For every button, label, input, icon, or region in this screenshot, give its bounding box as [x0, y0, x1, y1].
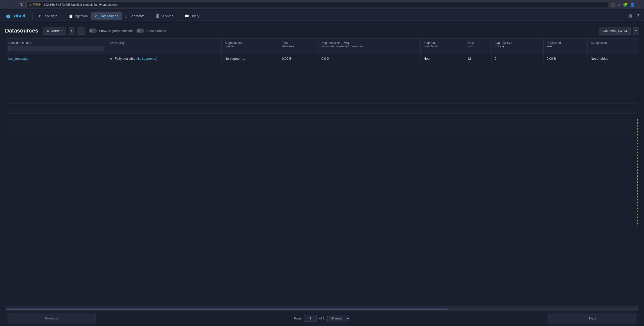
pagination: Previous Page of 1 50 rows 25 rows 100 r… — [5, 310, 639, 326]
refresh-dropdown-button[interactable]: ▾ — [69, 27, 74, 35]
cell-avg-row-size: 0 — [492, 54, 544, 63]
cast-icon[interactable]: ⬛ — [610, 2, 615, 7]
nav-item-load-data[interactable]: ⬆ Load data — [35, 12, 61, 20]
table-header-row: Datasource name Availability Segment loa… — [5, 39, 639, 54]
forward-button[interactable]: → — [11, 2, 17, 8]
menu-icon[interactable]: ⋮ — [637, 2, 641, 7]
availability-dot — [110, 58, 112, 60]
nav-item-segments[interactable]: ⬡ Segments — [122, 12, 148, 20]
filter-input-datasource-name[interactable] — [8, 46, 104, 51]
columns-dropdown-button[interactable]: ▾ — [633, 27, 639, 35]
col-segment-granularity[interactable]: Segmentgranularity — [420, 39, 464, 54]
show-unused-toggle[interactable] — [136, 28, 144, 33]
main-content: Datasources ↻ Refresh ▾ ··· Show segment… — [0, 23, 644, 326]
col-header-segment-granularity: Segmentgranularity — [424, 41, 461, 48]
more-icon: ··· — [80, 29, 83, 33]
services-icon: 🗄 — [156, 14, 159, 18]
col-header-segment-size-rows: Segment size (rows)minimum / average / m… — [321, 41, 417, 48]
security-warning: ⚠ 不安全 | — [29, 3, 42, 7]
empty-row-8 — [5, 134, 639, 144]
cell-segment-granularity: Hour — [420, 54, 464, 63]
segment-timeline-toggle[interactable] — [89, 28, 97, 33]
col-header-avg-row-size: Avg. row size(bytes) — [495, 41, 540, 48]
logo: druid — [4, 12, 25, 20]
nav-label-load-data: Load data — [43, 14, 57, 18]
col-compaction[interactable]: Compaction — [588, 39, 639, 54]
empty-row-4 — [5, 93, 639, 104]
col-header-datasource-name: Datasource name — [8, 41, 104, 45]
nav-item-services[interactable]: 🗄 Services — [152, 12, 177, 20]
col-total-data-size[interactable]: Totaldata size — [279, 39, 318, 54]
col-availability[interactable]: Availability — [107, 39, 222, 54]
col-segment-size-rows[interactable]: Segment size (rows)minimum / average / m… — [318, 39, 420, 54]
help-button[interactable]: ? — [635, 12, 640, 20]
logo-text: druid — [14, 13, 25, 19]
nav-label-services: Services — [161, 14, 173, 18]
col-avg-row-size[interactable]: Avg. row size(bytes) — [492, 39, 544, 54]
empty-row-7 — [5, 124, 639, 134]
nav-label-datasources: Datasources — [100, 14, 118, 18]
nav-divider-4 — [179, 12, 179, 20]
cell-datasource-name: taxi_message — [5, 54, 107, 63]
show-unused-toggle-wrapper: Show unused — [136, 28, 166, 33]
pagination-center: Page of 1 50 rows 25 rows 100 rows — [96, 315, 548, 322]
bookmark-icon[interactable]: ☆ — [617, 2, 621, 7]
next-button[interactable]: Next — [548, 313, 636, 323]
extension-icon[interactable]: 🧩 — [623, 2, 628, 7]
table-row: taxi_message Fully available (11 segment… — [5, 54, 639, 63]
col-datasource-name[interactable]: Datasource name — [5, 39, 107, 54]
col-header-compaction: Compaction — [591, 41, 636, 45]
page-label: Page — [294, 316, 301, 320]
address-bar[interactable]: ⚠ 不安全 | 192.168.64.173:8888/unified-cons… — [26, 2, 608, 8]
nav-label-query: Query — [190, 14, 199, 18]
browser-icons: ⬛ ☆ 🧩 👤 ⋮ — [610, 2, 641, 7]
previous-button[interactable]: Previous — [8, 313, 96, 323]
refresh-button[interactable]: ↻ Refresh — [43, 27, 66, 35]
refresh-icon: ↻ — [47, 29, 49, 33]
segments-count-link[interactable]: 11 segments — [137, 57, 156, 60]
cell-segment-size-rows: 0 0 0 — [318, 54, 420, 63]
columns-button[interactable]: Columns (14/14) — [599, 27, 631, 35]
settings-button[interactable]: ⚙ — [627, 12, 633, 20]
nav-divider-2 — [63, 12, 63, 20]
page-number-input[interactable] — [304, 315, 317, 322]
rows-per-page-select[interactable]: 50 rows 25 rows 100 rows — [327, 315, 350, 322]
horizontal-scrollbar[interactable] — [5, 306, 639, 310]
reload-button[interactable]: ↻ — [19, 2, 24, 8]
scrollbar-thumb[interactable] — [6, 308, 448, 310]
empty-row-5 — [5, 104, 639, 114]
load-data-icon: ⬆ — [38, 14, 41, 18]
nav-item-ingestion[interactable]: 📋 Ingestion — [65, 12, 91, 20]
nav-right: ⚙ ? — [627, 12, 640, 20]
col-replicated-size[interactable]: Replicatedsize — [543, 39, 588, 54]
col-header-replicated-size: Replicatedsize — [547, 41, 585, 48]
back-button[interactable]: ← — [3, 2, 9, 8]
datasource-name-link[interactable]: taxi_message — [8, 57, 28, 60]
cell-total-rows: 12 — [464, 54, 491, 63]
profile-icon[interactable]: 👤 — [630, 2, 635, 7]
col-total-rows[interactable]: Totalrows — [464, 39, 491, 54]
cell-replicated-size: 0.00 B — [543, 54, 588, 63]
cell-total-data-size: 0.00 B — [279, 54, 318, 63]
top-nav: druid ⬆ Load data 📋 Ingestion 🗂 Datasour… — [0, 10, 644, 23]
datasources-table: Datasource name Availability Segment loa… — [5, 39, 639, 144]
segments-icon: ⬡ — [125, 14, 128, 18]
nav-item-datasources[interactable]: 🗂 Datasources — [91, 12, 122, 20]
col-header-segment-load-queues: Segment loa...queues — [225, 41, 276, 48]
cell-compaction: Not enabled — [588, 54, 639, 63]
table-body: taxi_message Fully available (11 segment… — [5, 54, 639, 144]
nav-item-query[interactable]: 💬 Query — [181, 12, 203, 20]
nav-label-segments: Segments — [130, 14, 145, 18]
cell-availability: Fully available (11 segments) — [107, 54, 222, 63]
of-label: of 1 — [319, 316, 325, 320]
empty-row-6 — [5, 114, 639, 124]
scrollbar-track[interactable] — [6, 308, 638, 310]
more-button[interactable]: ··· — [77, 27, 86, 35]
col-segment-load-queues[interactable]: Segment loa...queues — [222, 39, 279, 54]
table-wrapper[interactable]: Datasource name Availability Segment loa… — [5, 38, 639, 306]
url-text: 192.168.64.173:8888/unified-console.html… — [44, 3, 118, 7]
col-header-availability: Availability — [110, 41, 218, 45]
scroll-indicator — [637, 119, 638, 226]
show-unused-label: Show unused — [146, 29, 166, 33]
refresh-label: Refresh — [51, 29, 62, 33]
